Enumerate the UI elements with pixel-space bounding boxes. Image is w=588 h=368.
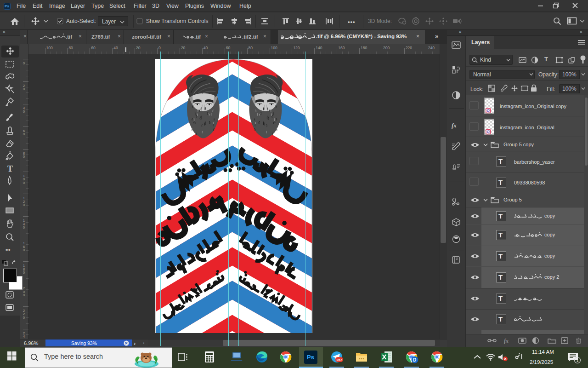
svg-text:fx: fx	[452, 122, 457, 129]
svg-text:D: D	[413, 357, 416, 362]
svg-text:1: 1	[577, 358, 579, 363]
svg-text:fx: fx	[504, 338, 509, 344]
svg-text:T: T	[7, 164, 13, 173]
